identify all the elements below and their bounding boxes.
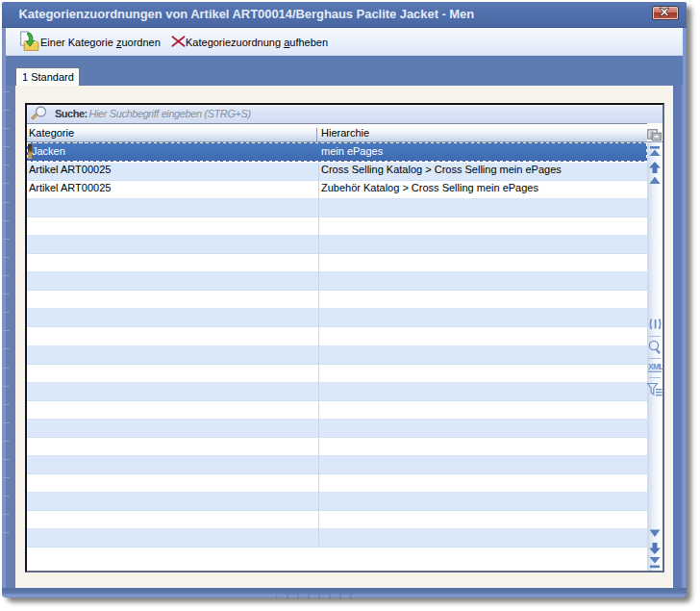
svg-text:XML: XML xyxy=(648,362,663,371)
